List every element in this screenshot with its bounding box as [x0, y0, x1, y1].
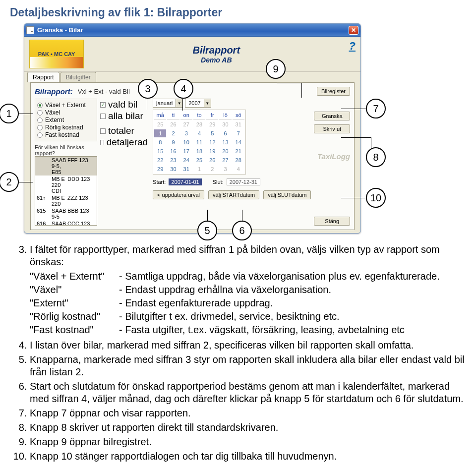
weekday: on: [180, 111, 192, 119]
radio-rorlig[interactable]: [37, 125, 43, 130]
calendar-day[interactable]: 25: [193, 156, 205, 164]
radio-externt[interactable]: [37, 118, 43, 123]
calendar-day[interactable]: 4: [193, 129, 205, 137]
chevron-down-icon: ▼: [204, 99, 211, 107]
calendar-day[interactable]: 27: [219, 156, 231, 164]
chk-vald-bil[interactable]: ✓: [100, 102, 106, 108]
calendar-day[interactable]: 1: [154, 129, 166, 137]
sub-desc: - Endast egenfakturerade uppdrag.: [119, 297, 273, 308]
skriv-ut-button[interactable]: Skriv ut: [314, 124, 350, 133]
checkbox-group: ✓vald bil alla bilar totaler detaljerad: [100, 99, 148, 199]
stang-button[interactable]: Stäng: [314, 217, 350, 226]
tab-bilutgifter[interactable]: Bilutgifter: [60, 72, 96, 82]
app-icon: TL: [26, 26, 34, 34]
calendar-day[interactable]: 30: [167, 165, 179, 173]
radio-fast[interactable]: [37, 132, 43, 138]
calendar-day[interactable]: 2: [167, 129, 179, 137]
slut-date-button[interactable]: välj SLUTdatum: [263, 190, 311, 199]
granska-button[interactable]: Granska: [314, 112, 350, 120]
update-selection-button[interactable]: < uppdatera urval: [153, 190, 204, 199]
calendar-day[interactable]: 16: [167, 147, 179, 155]
calendar-day[interactable]: 18: [193, 147, 205, 155]
report-type-group: Växel + Externt Växel Externt Rörlig kos…: [35, 99, 97, 141]
chk-label: totaler: [108, 125, 134, 136]
list-item-7: Knapp 7 öppnar och visar rapporten.: [30, 407, 466, 419]
calendar-day[interactable]: 3: [180, 129, 192, 137]
sub-desc: - Endast uppdrag erhållna via växelorgan…: [119, 284, 331, 295]
calendar-day[interactable]: 29: [206, 120, 218, 128]
callout-8: 8: [366, 147, 386, 167]
calendar-day[interactable]: 6: [219, 129, 231, 137]
list-cell: SAAB 9-5, E85: [52, 157, 67, 175]
month-combo[interactable]: januari▼: [153, 99, 183, 108]
bilregister-button[interactable]: Bilregister: [317, 87, 350, 96]
start-date-button[interactable]: välj STARTdatum: [208, 190, 259, 199]
page-title: Detaljbeskrivning av flik 1: Bilrapporte…: [10, 6, 466, 19]
logo-text: PAK • MC CAY: [38, 51, 75, 57]
left-column: Växel + Externt Växel Externt Rörlig kos…: [35, 99, 97, 226]
calendar-day[interactable]: 29: [154, 165, 166, 173]
header-title-block: Bilrapport Demo AB: [89, 45, 344, 64]
calendar-day[interactable]: 4: [233, 165, 244, 173]
calendar-day[interactable]: 12: [206, 138, 218, 146]
calendar-day[interactable]: 24: [180, 156, 192, 164]
list-cell: MB E 220: [52, 195, 67, 207]
sub-desc: - Bilutgifter t ex. drivmedel, service, …: [119, 311, 340, 322]
calendar-day[interactable]: 26: [206, 156, 218, 164]
chk-label: vald bil: [108, 99, 137, 110]
radio-label: Rörlig kostnad: [45, 124, 83, 131]
calendar-day[interactable]: 23: [167, 156, 179, 164]
sub-desc: - Samtliga uppdrag, både via växelorgani…: [119, 271, 440, 282]
calendar-day[interactable]: 25: [154, 120, 166, 128]
calendar-day[interactable]: 19: [206, 147, 218, 155]
center-column: ✓vald bil alla bilar totaler detaljerad …: [100, 99, 311, 226]
calendar[interactable]: må ti on to fr lö sö 2526272829303112345…: [153, 110, 246, 175]
list-caption: För vilken bil önskas rapport?: [35, 144, 97, 156]
radio-vaxel-externt[interactable]: [37, 103, 43, 108]
close-icon[interactable]: ✕: [349, 26, 358, 35]
tab-rapport[interactable]: Rapport: [27, 72, 60, 82]
calendar-day[interactable]: 21: [233, 147, 244, 155]
list-cell: CCC 123: [67, 221, 95, 226]
callout-2: 2: [0, 172, 19, 192]
calendar-day[interactable]: 1: [193, 165, 205, 173]
calendar-day[interactable]: 7: [233, 129, 244, 137]
weekday: fr: [206, 111, 218, 119]
help-icon[interactable]: ?: [349, 40, 356, 53]
calendar-day[interactable]: 9: [167, 138, 179, 146]
calendar-day[interactable]: 22: [154, 156, 166, 164]
list-item-4: I listan över bilar, markerad med siffra…: [30, 339, 466, 352]
calendar-day[interactable]: 8: [154, 138, 166, 146]
calendar-day[interactable]: 5: [206, 129, 218, 137]
chk-detaljerad[interactable]: [100, 140, 104, 145]
radio-label: Växel + Externt: [45, 102, 86, 109]
calendar-day[interactable]: 10: [180, 138, 192, 146]
calendar-day[interactable]: 28: [233, 156, 244, 164]
chk-totaler[interactable]: [100, 128, 106, 134]
car-listbox[interactable]: SAAB 9-5, E85FFF 123 MB E 220 CDIDDD 123…: [35, 156, 97, 226]
calendar-day[interactable]: 3: [219, 165, 231, 173]
calendar-day[interactable]: 31: [180, 165, 192, 173]
calendar-day[interactable]: 13: [219, 138, 231, 146]
weekday: to: [193, 111, 205, 119]
radio-vaxel[interactable]: [37, 110, 43, 116]
calendar-day[interactable]: 15: [154, 147, 166, 155]
watermark: TaxiLogg: [314, 152, 350, 161]
calendar-day[interactable]: 28: [193, 120, 205, 128]
callout-6: 6: [232, 221, 252, 240]
chk-alla-bilar[interactable]: [100, 114, 106, 119]
calendar-day[interactable]: 27: [180, 120, 192, 128]
calendar-day[interactable]: 26: [167, 120, 179, 128]
list-cell: DDD 123: [67, 176, 95, 194]
start-label: Start:: [153, 179, 166, 185]
calendar-day[interactable]: 30: [219, 120, 231, 128]
calendar-day[interactable]: 2: [206, 165, 218, 173]
list-cell: MB E 220 CDI: [52, 176, 67, 194]
calendar-day[interactable]: 20: [219, 147, 231, 155]
calendar-day[interactable]: 14: [233, 138, 244, 146]
calendar-day[interactable]: 11: [193, 138, 205, 146]
calendar-day[interactable]: 31: [233, 120, 244, 128]
calendar-day[interactable]: 17: [180, 147, 192, 155]
year-combo[interactable]: 2007▼: [185, 99, 211, 108]
list-cell: [37, 157, 52, 175]
